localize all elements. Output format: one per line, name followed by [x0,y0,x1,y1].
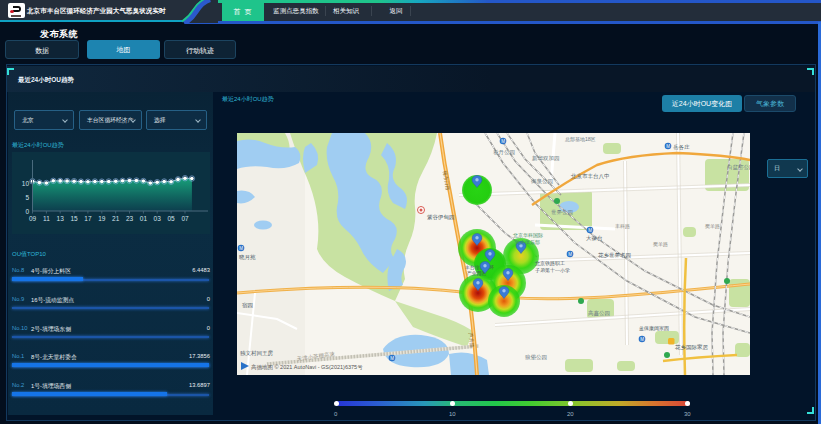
svg-text:M: M [640,337,644,342]
svg-text:白盆窑公园: 白盆窑公园 [727,164,750,171]
svg-text:北京市丰台八中: 北京市丰台八中 [570,173,610,180]
svg-text:樊羊路: 樊羊路 [705,223,720,229]
svg-text:北京华科国际: 北京华科国际 [513,232,543,239]
svg-text:0: 0 [25,208,29,215]
svg-text:10: 10 [22,180,30,187]
svg-text:高鑫公园: 高鑫公园 [588,310,610,317]
svg-text:23: 23 [126,215,134,222]
svg-text:世界公园: 世界公园 [551,209,573,216]
svg-text:蓝保康阔家园: 蓝保康阔家园 [639,325,669,332]
svg-text:购夫俱乐部: 购夫俱乐部 [515,239,540,246]
svg-text:M: M [501,139,505,144]
svg-text:5: 5 [25,194,29,201]
svg-text:21: 21 [112,215,120,222]
svg-text:M: M [588,228,592,233]
svg-text:丰科路: 丰科路 [615,223,630,229]
svg-text:花乡世界名园: 花乡世界名园 [598,252,631,259]
svg-text:晓月苑: 晓月苑 [239,254,256,261]
svg-text:总部基地18区: 总部基地18区 [565,136,596,143]
svg-text:紫谷伊甸园: 紫谷伊甸园 [427,214,455,221]
svg-text:M: M [390,356,394,361]
svg-text:M: M [568,252,572,257]
svg-text:M: M [666,144,670,149]
svg-text:01: 01 [140,215,148,222]
svg-text:15: 15 [70,215,78,222]
svg-text:03: 03 [154,215,162,222]
svg-text:宿园: 宿园 [242,302,253,309]
svg-text:樊羊路: 樊羊路 [653,241,668,247]
svg-text:M: M [239,246,243,251]
svg-text:新华双加园: 新华双加园 [532,155,560,162]
svg-text:独文村回王房: 独文村回王房 [240,350,274,357]
svg-text:大葆台: 大葆台 [586,235,603,241]
svg-text:17: 17 [84,215,92,222]
svg-text:岳各庄: 岳各庄 [673,144,690,150]
svg-text:09: 09 [29,215,37,222]
svg-text:御泉公园: 御泉公园 [530,178,553,185]
svg-text:花乡国际家居: 花乡国际家居 [675,344,709,351]
svg-text:13: 13 [57,215,65,222]
svg-text:看丹公园: 看丹公园 [493,149,515,156]
svg-text:北京铁路职工: 北京铁路职工 [535,260,565,267]
svg-text:19: 19 [98,215,106,222]
svg-text:05: 05 [167,215,175,222]
svg-text:子弟第十一小学: 子弟第十一小学 [535,267,570,274]
svg-text:狼垡公园: 狼垡公园 [525,354,547,361]
svg-text:11: 11 [43,215,50,222]
svg-text:高德地图 © 2021 AutoNavi - GS(2021: 高德地图 © 2021 AutoNavi - GS(2021)6375号 [251,364,363,371]
svg-text:07: 07 [181,215,189,222]
